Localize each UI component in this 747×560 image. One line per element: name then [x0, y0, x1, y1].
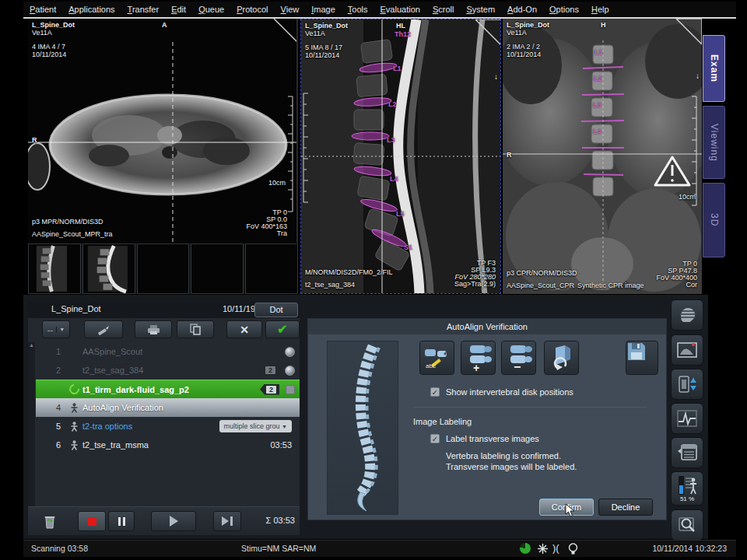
menu-evaluation[interactable]: Evaluation	[374, 5, 426, 14]
sequence-name: t1_tirm_dark-fluid_sag_p2	[82, 385, 260, 394]
vertebra-label: L1	[393, 65, 402, 72]
sar-level-button[interactable]: 51 %	[671, 471, 703, 506]
patient-step-icon	[70, 422, 79, 432]
sequence-row-6[interactable]: 6 t2_tse_tra_msma 03:53	[36, 436, 300, 454]
row-checkbox[interactable]	[286, 385, 295, 394]
skip-button[interactable]	[213, 511, 241, 531]
pause-bars-icon	[118, 517, 125, 526]
vertebra-label: L5	[396, 210, 405, 218]
head-position-button[interactable]	[671, 299, 703, 331]
table-position-button[interactable]	[671, 369, 703, 400]
viewport-coronal[interactable]: L_Spine_Dot Ve11A 2 IMA 2 / 2 10/11/2014…	[503, 19, 702, 294]
scroll-down-arrow-icon[interactable]: ↓	[494, 72, 498, 81]
spine-illustration-panel	[327, 341, 398, 515]
menu-addon[interactable]: Add-On	[501, 5, 543, 14]
green-check-icon: ✔	[277, 322, 287, 337]
vertebra-label: L1	[594, 48, 603, 56]
sequence-name: t2_tse_tra_msma	[82, 440, 270, 450]
decline-button[interactable]: Decline	[598, 499, 653, 516]
menu-transfer[interactable]: Transfer	[121, 5, 166, 14]
viewport-sagittal[interactable]: L_Spine_Dot Ve11A 5 IMA 8 / 17 10/11/201…	[300, 19, 501, 294]
menu-system[interactable]: System	[460, 5, 501, 14]
sag-series-name: L_Spine_Dot	[305, 22, 348, 30]
cor-orientation-head: H	[601, 21, 606, 30]
patient-bar: L_Spine_Dot 10/11/1990 Dot	[28, 302, 300, 318]
filmstrip-thumbnail-2[interactable]	[82, 243, 135, 294]
row-number: 1	[50, 347, 67, 356]
checkbox-checked-icon[interactable]: ✓	[430, 434, 440, 443]
transport-bar: Σ 03:53	[28, 506, 300, 535]
svg-text:abc: abc	[426, 362, 436, 369]
tab-viewing[interactable]: Viewing	[703, 106, 725, 179]
add-vertebra-button[interactable]: +	[461, 341, 496, 375]
image-review-button[interactable]	[671, 334, 703, 366]
injector-pen-icon	[96, 324, 110, 336]
row-number: 2	[50, 366, 67, 375]
filmstrip-thumbnail-5[interactable]	[245, 243, 298, 294]
contrast-injection-button[interactable]	[84, 320, 123, 338]
coil-brackets-icon: )(	[552, 542, 559, 554]
auto-load-sphere-icon[interactable]	[285, 347, 295, 357]
sequence-row-4-selected[interactable]: 4 AutoAlign Verification	[36, 398, 300, 417]
filmstrip-thumbnail-4[interactable]	[191, 243, 244, 294]
menu-protocol[interactable]: Protocol	[230, 5, 274, 14]
auto-load-sphere-icon[interactable]	[285, 366, 295, 376]
image-search-button[interactable]	[671, 509, 703, 541]
table-updown-icon	[678, 374, 696, 394]
print-button[interactable]	[135, 320, 172, 338]
browser-toolbar: -- ▼ ✕ ✔	[28, 318, 300, 341]
copy-reference-button[interactable]	[177, 320, 214, 338]
filmstrip-thumbnail-3[interactable]	[137, 243, 190, 294]
dot-engine-button[interactable]: Dot	[254, 303, 298, 317]
combo-arrow-icon[interactable]: ▼	[56, 327, 65, 332]
save-alignment-button[interactable]	[626, 341, 658, 375]
sag-processing-text: M/NORM/DIS2D/FM0_2/FIL	[305, 268, 393, 277]
pulse-star-icon	[537, 543, 549, 555]
sequence-row-1[interactable]: 1 AASpine_Scout	[36, 342, 300, 361]
list-scrollbar[interactable]: ▲	[28, 342, 35, 507]
physio-signal-button[interactable]	[671, 403, 703, 434]
delete-queue-button[interactable]	[39, 511, 61, 531]
scroll-down-arrow-icon[interactable]: ↓	[696, 72, 700, 80]
menu-options[interactable]: Options	[543, 5, 585, 14]
scan-progress-pie-icon	[520, 543, 531, 554]
stop-button[interactable]	[78, 511, 106, 531]
viewport-axial[interactable]: L_Spine_Dot Ve11A 4 IMA 4 / 7 10/11/2014…	[28, 19, 298, 243]
protocol-card-button[interactable]	[671, 437, 703, 468]
sequence-row-5[interactable]: 5 t2-tra options multiple slice grou ▼	[36, 417, 300, 436]
menu-help[interactable]: Help	[585, 5, 615, 14]
menu-scroll[interactable]: Scroll	[426, 5, 461, 14]
menu-edit[interactable]: Edit	[165, 5, 192, 14]
sar-gauge-icon	[676, 475, 698, 495]
remove-vertebra-button[interactable]: −	[501, 341, 536, 375]
menu-view[interactable]: View	[275, 5, 306, 14]
copy-count-badge: 2	[260, 384, 279, 395]
filmstrip-thumbnail-1[interactable]	[28, 243, 81, 294]
cancel-step-button[interactable]: ✕	[226, 320, 262, 338]
pause-button[interactable]	[108, 511, 135, 531]
edit-labels-button[interactable]: abc	[419, 341, 454, 375]
vertebra-label: S1	[404, 243, 412, 251]
menu-patient[interactable]: Patient	[23, 5, 62, 14]
apply-step-button[interactable]: ✔	[265, 320, 300, 338]
tab-3d[interactable]: 3D	[703, 183, 725, 257]
pause-mode-combo-button[interactable]: -- ▼	[42, 320, 70, 338]
printer-icon	[147, 324, 160, 335]
save-floppy-icon	[626, 341, 647, 362]
menu-image[interactable]: Image	[305, 5, 342, 14]
undo-alignment-button[interactable]	[544, 341, 579, 375]
slice-group-dropdown[interactable]: multiple slice grou ▼	[219, 420, 292, 432]
label-transverse-checkbox-row[interactable]: ✓ Label transverse images	[430, 434, 539, 443]
system-datetime: 10/11/2014 10:32:23	[652, 544, 727, 553]
axial-scale-label: 10cm	[268, 179, 286, 187]
menu-applications[interactable]: Applications	[62, 5, 121, 14]
menu-queue[interactable]: Queue	[192, 5, 230, 14]
tab-exam[interactable]: Exam	[703, 35, 725, 102]
menu-tools[interactable]: Tools	[342, 5, 374, 14]
sequence-row-2[interactable]: 2 t2_tse_sag_384 2	[36, 361, 300, 380]
play-button[interactable]	[151, 511, 196, 531]
sequence-row-3-running[interactable]: t1_tirm_dark-fluid_sag_p2 2	[36, 380, 300, 398]
copy-count-badge: 2	[259, 365, 279, 376]
checkbox-checked-icon[interactable]: ✓	[430, 387, 440, 397]
show-disks-checkbox-row[interactable]: ✓ Show intervertebral disk positions	[430, 387, 573, 397]
